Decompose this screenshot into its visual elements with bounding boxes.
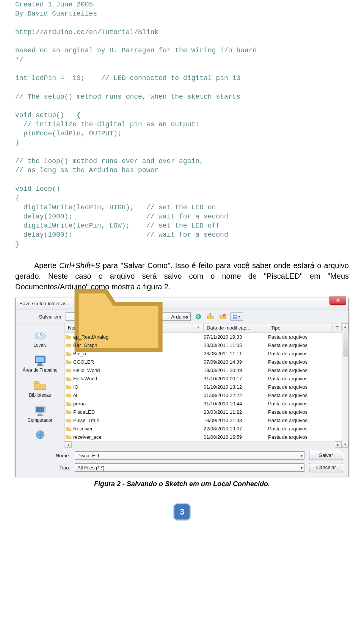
col-extra[interactable]: T (333, 323, 342, 332)
folder-up-icon (207, 313, 214, 320)
file-name: perna (72, 401, 204, 407)
file-name: Hello_World (72, 367, 204, 373)
cancel-button[interactable]: Cancelar (309, 463, 343, 472)
file-name: ap_ReadAnalog (72, 334, 204, 340)
file-row[interactable]: COOLER07/09/2010 14:39Pasta de arquivos (65, 358, 342, 366)
view-menu-button[interactable]: ▼ (230, 312, 243, 321)
sort-asc-icon: ▲ (196, 325, 200, 329)
svg-rect-11 (37, 365, 43, 366)
col-type[interactable]: Tipo (268, 323, 333, 332)
code-line: } (15, 240, 19, 248)
file-pane: Nome ▲ Data de modificaç... Tipo T ap_Re… (65, 323, 348, 448)
file-date: 23/03/2011 11:05 (204, 342, 268, 348)
close-button[interactable]: ✕ (329, 297, 346, 305)
file-row[interactable]: Hello_World19/03/2011 20:49Pasta de arqu… (65, 366, 342, 374)
file-name: Bot_o (72, 351, 204, 356)
up-one-level-button[interactable] (206, 312, 215, 321)
folder-icon (65, 342, 72, 348)
file-date: 19/03/2011 20:49 (204, 367, 268, 373)
save-as-dialog: Save sketch folder as... ✕ Salvar em: Ar… (15, 298, 349, 477)
chevron-down-icon: ▼ (238, 315, 241, 319)
file-list[interactable]: ap_ReadAnalog07/11/2010 19:33Pasta de ar… (65, 333, 342, 441)
file-row[interactable]: perna31/10/2010 10:44Pasta de arquivos (65, 399, 342, 408)
file-date: 31/10/2010 10:44 (204, 401, 268, 407)
places-computer[interactable]: Computador (16, 402, 64, 427)
col-date[interactable]: Data de modificaç... (204, 323, 268, 332)
file-row[interactable]: Receiver22/08/2010 19:07Pasta de arquivo… (65, 424, 342, 433)
chevron-down-icon: ▼ (185, 315, 189, 319)
file-row[interactable]: receiver_ace01/08/2010 16:59Pasta de arq… (65, 433, 342, 441)
file-type: Pasta de arquivos (268, 409, 333, 415)
file-name: PiscaLED (72, 409, 204, 415)
libraries-icon (33, 379, 48, 392)
file-type: Pasta de arquivos (268, 367, 333, 373)
code-line: delay(1000); // wait for a second (15, 213, 228, 220)
file-date: 01/08/2010 22:22 (204, 392, 268, 398)
code-line: pinMode(ledPin, OUTPUT); (15, 130, 122, 137)
file-row[interactable]: PiscaLED23/03/2011 11:22Pasta de arquivo… (65, 408, 342, 416)
chevron-down-icon: ▾ (301, 454, 303, 458)
svg-rect-5 (235, 317, 237, 319)
svg-rect-4 (233, 317, 235, 319)
file-date: 01/08/2010 16:59 (204, 434, 268, 440)
scroll-left-icon[interactable]: ◄ (65, 441, 72, 448)
folder-icon (65, 350, 72, 356)
file-row[interactable]: Pulse_Train18/09/2010 21:33Pasta de arqu… (65, 416, 342, 424)
filetype-combo[interactable]: All Files (*.*) ▾ (75, 463, 304, 472)
code-line: { (15, 194, 19, 202)
folder-icon (65, 417, 72, 423)
file-row[interactable]: oi01/08/2010 22:22Pasta de arquivos (65, 391, 342, 399)
folder-icon (65, 384, 72, 390)
new-folder-icon (219, 313, 226, 320)
figure-caption: Figura 2 - Salvando o Sketch em um Local… (15, 480, 349, 488)
code-line: void setup() { (15, 111, 81, 119)
places-computer-label: Computador (27, 418, 52, 423)
filetype-value: All Files (*.*) (77, 465, 105, 471)
scroll-up-icon[interactable]: ▲ (342, 323, 348, 330)
filename-input[interactable]: PiscaLED ▾ (75, 451, 304, 460)
svg-rect-10 (38, 363, 42, 364)
svg-rect-12 (35, 381, 39, 383)
svg-rect-2 (233, 315, 235, 316)
horizontal-scrollbar[interactable]: ◄ ► (65, 441, 342, 448)
code-line: digitalWrite(ledPin, HIGH); // set the L… (15, 204, 216, 211)
chevron-down-icon: ▾ (301, 466, 303, 470)
svg-rect-9 (36, 357, 44, 362)
scroll-down-icon[interactable]: ▼ (342, 441, 348, 448)
places-desktop[interactable]: Área de Trabalho (16, 352, 64, 377)
file-row[interactable]: Bot_o23/03/2011 11:11Pasta de arquivos (65, 349, 342, 358)
code-block: Created 1 June 2005 By David Cuartielles… (15, 0, 349, 249)
desktop-icon (33, 354, 48, 367)
file-date: 07/11/2010 19:33 (204, 334, 268, 340)
filename-label: Nome: (21, 453, 70, 458)
places-network[interactable] (16, 427, 64, 442)
file-type: Pasta de arquivos (268, 342, 333, 348)
file-name: HelloWorld (72, 376, 204, 381)
page-number-badge: 3 (173, 503, 191, 521)
file-row[interactable]: ap_ReadAnalog07/11/2010 19:33Pasta de ar… (65, 333, 342, 341)
code-line: delay(1000); // wait for a second (15, 231, 228, 239)
save-in-combo[interactable]: Arduino ▼ (66, 312, 191, 321)
scroll-right-icon[interactable]: ► (335, 441, 342, 448)
places-libraries[interactable]: Bibliotecas (16, 377, 64, 402)
code-line: void loop() (15, 185, 60, 193)
file-date: 23/03/2011 11:22 (204, 409, 268, 415)
svg-rect-15 (38, 413, 42, 414)
file-name: Receiver (72, 426, 204, 432)
dialog-title: Save sketch folder as... (19, 301, 71, 306)
code-line: based on an orginal by H. Barragan for t… (15, 47, 257, 54)
save-button[interactable]: Salvar (309, 451, 343, 460)
scroll-thumb[interactable] (343, 331, 348, 357)
file-row[interactable]: HelloWorld31/10/2010 00:17Pasta de arqui… (65, 374, 342, 383)
file-name: IO (72, 384, 204, 390)
file-row[interactable]: Bar_Graph23/03/2011 11:05Pasta de arquiv… (65, 341, 342, 349)
new-folder-button[interactable] (218, 312, 227, 321)
file-row[interactable]: IO01/10/2010 13:12Pasta de arquivos (65, 383, 342, 391)
filetype-label: Tipo: (21, 465, 70, 471)
computer-icon (33, 404, 48, 417)
places-recent[interactable]: Locais (16, 326, 64, 352)
back-button[interactable] (194, 312, 203, 321)
code-line: digitalWrite(ledPin, LOW); // set the LE… (15, 222, 220, 229)
file-date: 22/08/2010 19:07 (204, 426, 268, 432)
vertical-scrollbar[interactable]: ▲ ▼ (342, 323, 348, 448)
